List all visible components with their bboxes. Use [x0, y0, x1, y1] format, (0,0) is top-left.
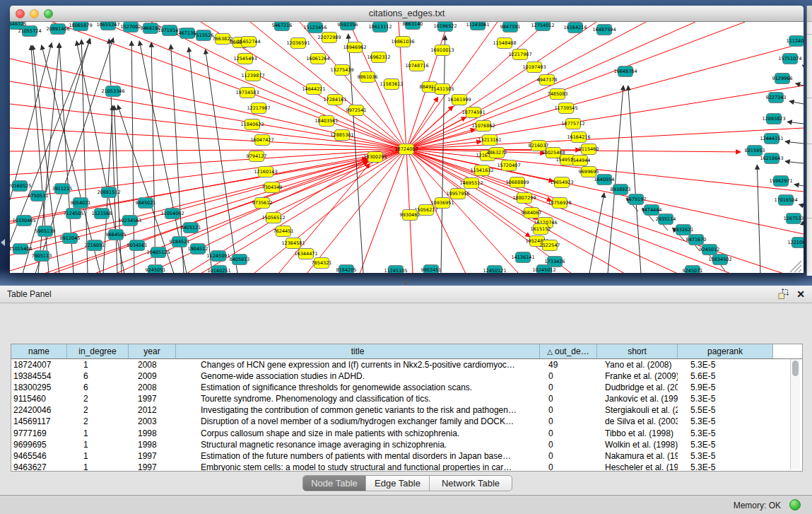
table-cell[interactable]: 1	[67, 428, 129, 439]
table-cell[interactable]: 5.3E-5	[678, 439, 773, 450]
resize-grip-icon[interactable]	[794, 265, 801, 272]
scrollbar-thumb[interactable]	[792, 361, 799, 376]
close-panel-icon[interactable]: ✕	[795, 288, 806, 300]
table-cell[interactable]: Disruption of a novel member of a sodium…	[176, 416, 540, 427]
table-cell[interactable]: 5.3E-5	[678, 450, 773, 462]
graph-edge[interactable]	[441, 35, 445, 273]
graph-edge[interactable]	[785, 141, 804, 144]
network-window-titlebar[interactable]: citations_edges.txt	[10, 6, 804, 22]
table-row[interactable]: 911546021997Tourette syndrome. Phenomeno…	[11, 393, 802, 404]
float-window-icon[interactable]	[777, 288, 789, 300]
table-cell[interactable]: Yano et al. (2008)	[597, 359, 678, 370]
table-cell[interactable]: 1	[67, 359, 129, 370]
table-cell[interactable]: 5.3E-5	[678, 428, 773, 439]
table-cell[interactable]: Dudbridge et al. (2008)	[597, 382, 678, 393]
table-cell[interactable]: 5.6E-5	[678, 370, 773, 382]
column-header-short[interactable]: short	[597, 344, 678, 358]
table-cell[interactable]: 2	[67, 404, 129, 416]
table-cell[interactable]: 1998	[129, 428, 176, 439]
table-cell[interactable]: 1997	[129, 393, 176, 404]
table-cell[interactable]: Corpus callosum shape and size in male p…	[176, 428, 540, 439]
table-cell[interactable]: 5.3E-5	[678, 359, 773, 370]
column-header-name[interactable]: name	[11, 344, 67, 358]
table-cell[interactable]: 14569117	[11, 416, 67, 427]
column-header-pagerank[interactable]: pagerank	[678, 344, 773, 358]
table-cell[interactable]: Genome-wide association studies in ADHD.	[176, 370, 540, 382]
table-cell[interactable]: 5.3E-5	[678, 393, 773, 404]
table-cell[interactable]: 49	[540, 359, 597, 370]
graph-edge[interactable]	[802, 65, 804, 66]
table-cell[interactable]: Investigating the contribution of common…	[176, 404, 540, 416]
table-row[interactable]: 969969511998Structural magnetic resonanc…	[11, 439, 802, 450]
graph-edge[interactable]	[81, 40, 88, 273]
table-cell[interactable]: 22420046	[11, 404, 67, 416]
graph-edge[interactable]	[757, 165, 760, 273]
table-cell[interactable]: Tibbo et al. (1998)	[597, 428, 678, 439]
table-cell[interactable]: 2	[67, 416, 129, 427]
graph-edge[interactable]	[628, 86, 641, 273]
resize-grip-icon[interactable]	[799, 269, 801, 272]
table-cell[interactable]: Franke et al. (2009)	[597, 370, 678, 382]
table-cell[interactable]: Tourette syndrome. Phenomenology and cla…	[176, 393, 540, 404]
splitter-handle-icon[interactable]	[403, 281, 408, 285]
column-header-title[interactable]: title	[176, 344, 540, 358]
table-cell[interactable]: 0	[540, 450, 597, 462]
table-cell[interactable]: 9777169	[11, 428, 67, 439]
table-row[interactable]: 1872400712008Changes of HCN gene express…	[11, 359, 802, 370]
table-row[interactable]: 1456911722003Disruption of a novel membe…	[11, 416, 802, 427]
graph-edge[interactable]	[131, 41, 134, 273]
table-row[interactable]: 2242004622012Investigating the contribut…	[11, 404, 802, 416]
table-cell[interactable]: Estimation of the future numbers of pati…	[176, 450, 540, 462]
table-cell[interactable]: Structural magnetic resonance image aver…	[176, 439, 540, 450]
table-cell[interactable]: 1997	[129, 462, 176, 472]
table-cell[interactable]: 6	[67, 382, 129, 393]
table-cell[interactable]: Embryonic stem cells: a model to study s…	[176, 462, 540, 472]
table-scrollbar[interactable]	[790, 359, 800, 469]
graph-edge[interactable]	[785, 161, 804, 163]
table-cell[interactable]: 0	[540, 416, 597, 427]
table-cell[interactable]: 0	[540, 382, 597, 393]
graph-edge[interactable]	[151, 22, 406, 149]
table-cell[interactable]: 0	[540, 428, 597, 439]
graph-edge[interactable]	[406, 149, 731, 273]
table-cell[interactable]: Jankovic et al. (1997)	[597, 393, 678, 404]
table-cell[interactable]: 1	[67, 439, 129, 450]
tab-network-table[interactable]: Network Table	[430, 476, 512, 491]
table-cell[interactable]: 2003	[129, 416, 176, 427]
table-cell[interactable]: 0	[540, 404, 597, 416]
table-cell[interactable]: 2009	[129, 370, 176, 382]
graph-edge[interactable]	[10, 43, 52, 200]
table-row[interactable]: 946554611997Estimation of the future num…	[11, 450, 802, 462]
table-cell[interactable]: 2	[67, 393, 129, 404]
table-cell[interactable]: 1997	[129, 450, 176, 462]
table-cell[interactable]: Changes of HCN gene expression and I(f) …	[176, 359, 540, 370]
table-cell[interactable]: 18724007	[11, 359, 67, 370]
table-cell[interactable]: 1	[67, 462, 129, 472]
table-cell[interactable]: 0	[540, 439, 597, 450]
table-cell[interactable]: 5.3E-5	[678, 416, 773, 427]
table-row[interactable]: 977716911998Corpus callosum shape and si…	[11, 428, 802, 439]
table-cell[interactable]: 2008	[129, 382, 176, 393]
table-cell[interactable]: 18300295	[11, 382, 67, 393]
graph-edge[interactable]	[151, 42, 155, 273]
table-cell[interactable]: Hescheler et al. (1997)	[597, 462, 678, 472]
tab-node-table[interactable]: Node Table	[303, 476, 366, 491]
table-cell[interactable]: 1	[67, 450, 129, 462]
column-header-in_degree[interactable]: in_degree	[67, 344, 129, 358]
table-cell[interactable]: 5.3E-5	[678, 462, 773, 472]
table-cell[interactable]: Stergiakouli et al. (2012)	[597, 404, 678, 416]
graph-edge[interactable]	[789, 101, 804, 104]
table-cell[interactable]: 0	[540, 370, 597, 382]
graph-edge[interactable]	[796, 83, 804, 86]
table-row[interactable]: 946362711997Embryonic stem cells: a mode…	[11, 462, 802, 472]
table-cell[interactable]: Wolkin et al. (1998)	[597, 439, 678, 450]
graph-edge[interactable]	[799, 204, 804, 206]
table-cell[interactable]: 19384554	[11, 370, 67, 382]
table-cell[interactable]: 9115460	[11, 393, 67, 404]
table-cell[interactable]: 9465546	[11, 450, 67, 462]
table-cell[interactable]: 9699695	[11, 439, 67, 450]
table-cell[interactable]: 5.9E-5	[678, 382, 773, 393]
column-header-year[interactable]: year	[129, 344, 176, 358]
graph-edge[interactable]	[406, 128, 804, 149]
table-cell[interactable]: 1998	[129, 439, 176, 450]
